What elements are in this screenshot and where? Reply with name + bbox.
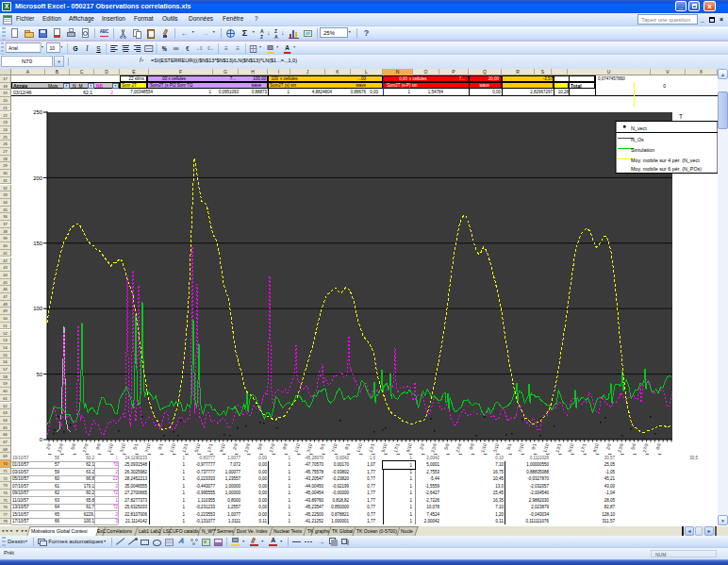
svg-text:Simulation: Simulation — [631, 147, 654, 153]
svg-text:100: 100 — [33, 306, 43, 311]
svg-text:Moy. mobile sur 6 pér. (N_POs): Moy. mobile sur 6 pér. (N_POs) — [631, 166, 702, 172]
svg-text:250: 250 — [33, 109, 43, 115]
svg-text:T: T — [679, 113, 683, 120]
svg-text:50: 50 — [36, 372, 42, 377]
svg-text:150: 150 — [33, 241, 43, 246]
svg-text:N_vect: N_vect — [631, 125, 647, 131]
svg-text:200: 200 — [33, 175, 43, 181]
svg-text:Moy. mobile sur 4 pér. (N_vect: Moy. mobile sur 4 pér. (N_vect — [631, 158, 700, 163]
svg-text:N_Os: N_Os — [631, 137, 644, 142]
